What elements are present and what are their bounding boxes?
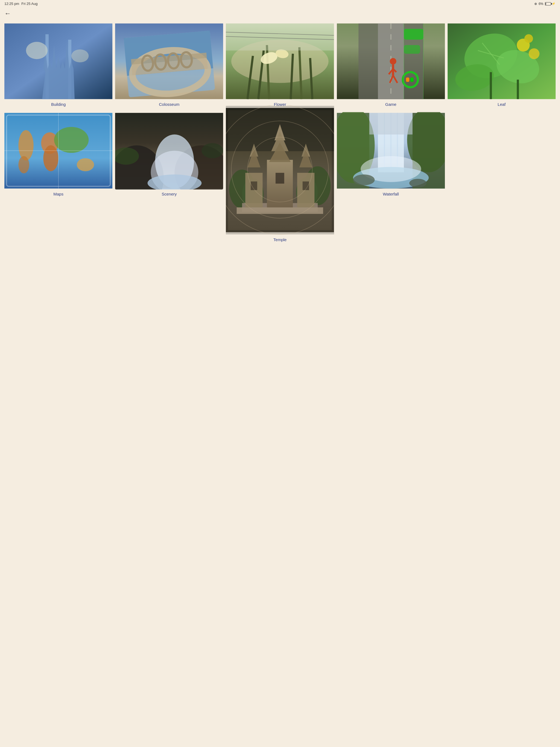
thumbnail-leaf-image xyxy=(448,23,556,100)
svg-point-63 xyxy=(77,158,94,171)
location-icon: ⊕ xyxy=(534,2,537,6)
category-maps-label: Maps xyxy=(53,192,63,196)
thumbnail-leaf xyxy=(448,23,556,100)
category-colosseum-label: Colosseum xyxy=(159,102,179,107)
category-game[interactable]: Game xyxy=(337,23,445,107)
svg-point-62 xyxy=(18,156,29,173)
category-scenery-label: Scenery xyxy=(161,192,177,196)
svg-point-5 xyxy=(71,50,88,62)
svg-point-51 xyxy=(529,48,539,59)
back-button[interactable]: ← xyxy=(0,7,15,17)
thumbnail-colosseum xyxy=(115,23,223,100)
category-maps[interactable]: Maps xyxy=(4,112,112,242)
thumbnail-waterfall-image xyxy=(337,112,445,189)
svg-point-59 xyxy=(43,146,58,172)
category-scenery[interactable]: Scenery xyxy=(115,112,223,242)
category-grid-row2: Maps xyxy=(0,112,560,247)
category-temple[interactable]: Temple xyxy=(226,112,334,242)
category-waterfall-label: Waterfall xyxy=(383,192,399,196)
category-building[interactable]: Building xyxy=(4,23,112,107)
svg-rect-93 xyxy=(276,173,284,184)
thumbnail-game xyxy=(337,23,445,100)
status-time: 12:25 pm xyxy=(4,2,19,6)
thumbnail-building-image xyxy=(4,23,112,100)
battery-percent: 6% xyxy=(539,2,543,6)
svg-point-52 xyxy=(524,34,533,43)
status-bar: 12:25 pm Fri 25 Aug ⊕ 6% ⚡ xyxy=(0,0,560,7)
thumbnail-colosseum-image xyxy=(115,23,223,100)
thumbnail-flower xyxy=(226,23,334,100)
svg-point-112 xyxy=(353,175,375,185)
svg-point-60 xyxy=(54,127,88,153)
thumbnail-scenery xyxy=(115,112,223,189)
status-icons: ⊕ 6% ⚡ xyxy=(534,2,556,6)
svg-rect-43 xyxy=(410,77,413,82)
svg-point-61 xyxy=(18,130,33,160)
charging-icon: ⚡ xyxy=(552,2,556,5)
category-temple-label: Temple xyxy=(274,237,286,242)
svg-point-74 xyxy=(202,143,223,158)
svg-point-33 xyxy=(390,58,396,65)
thumbnail-flower-image xyxy=(226,23,334,100)
category-waterfall[interactable]: Waterfall xyxy=(337,112,445,242)
category-leaf-label: Leaf xyxy=(498,102,506,107)
svg-rect-111 xyxy=(369,113,412,134)
svg-rect-40 xyxy=(404,45,420,54)
thumbnail-scenery-image xyxy=(115,112,223,189)
thumbnail-game-image xyxy=(337,23,445,100)
thumbnail-waterfall xyxy=(337,112,445,189)
thumbnail-maps-image xyxy=(4,112,112,189)
svg-rect-42 xyxy=(406,77,409,82)
thumbnail-maps xyxy=(4,112,112,189)
thumbnail-temple xyxy=(226,105,334,235)
svg-point-4 xyxy=(26,42,48,59)
category-flower[interactable]: Flower xyxy=(226,23,334,107)
thumbnail-temple-image xyxy=(226,105,334,235)
thumbnail-building xyxy=(4,23,112,100)
status-date: Fri 25 Aug xyxy=(21,2,37,6)
category-colosseum[interactable]: Colosseum xyxy=(115,23,223,107)
svg-rect-82 xyxy=(237,208,323,214)
battery-icon: ⚡ xyxy=(545,2,556,5)
svg-rect-39 xyxy=(404,29,423,40)
category-game-label: Game xyxy=(385,102,397,107)
category-building-label: Building xyxy=(51,102,66,107)
category-leaf[interactable]: Leaf xyxy=(448,23,556,107)
svg-point-113 xyxy=(409,179,426,187)
category-grid-row1: Building xyxy=(0,17,560,112)
